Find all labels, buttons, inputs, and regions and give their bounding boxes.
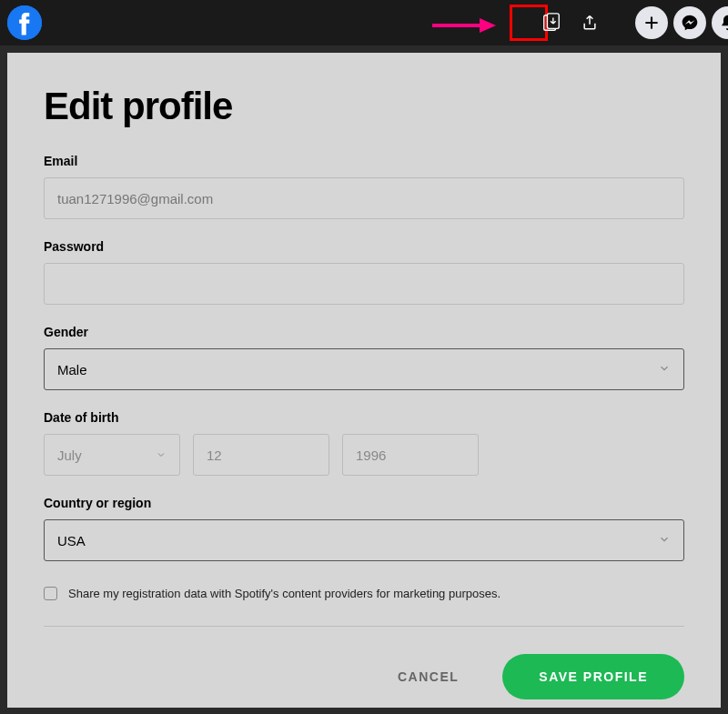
password-label: Password bbox=[44, 239, 684, 254]
password-field[interactable] bbox=[44, 263, 684, 305]
notifications-button[interactable]: 1 bbox=[712, 6, 728, 39]
messenger-button[interactable] bbox=[673, 6, 706, 39]
gender-select[interactable]: Male bbox=[44, 348, 684, 390]
share-icon[interactable] bbox=[573, 6, 606, 39]
share-data-checkbox[interactable] bbox=[44, 587, 57, 600]
annotation-arrow bbox=[432, 16, 496, 35]
dob-year-field[interactable] bbox=[342, 434, 479, 476]
dob-day-field[interactable] bbox=[193, 434, 329, 476]
country-label: Country or region bbox=[44, 496, 684, 510]
email-field[interactable] bbox=[44, 177, 684, 219]
share-data-label: Share my registration data with Spotify'… bbox=[68, 587, 500, 600]
save-profile-button[interactable]: SAVE PROFILE bbox=[502, 654, 684, 699]
edit-profile-panel: Edit profile Email Password Gender Male … bbox=[7, 53, 721, 708]
dob-month-value: July bbox=[57, 448, 82, 463]
dob-month-select[interactable]: July bbox=[44, 434, 180, 476]
page-title: Edit profile bbox=[44, 85, 684, 128]
chevron-down-icon bbox=[658, 362, 671, 377]
facebook-logo[interactable] bbox=[7, 5, 42, 40]
country-select[interactable]: USA bbox=[44, 519, 684, 561]
email-label: Email bbox=[44, 154, 684, 168]
top-header: 1 bbox=[0, 0, 728, 45]
chevron-down-icon bbox=[156, 448, 167, 463]
gender-label: Gender bbox=[44, 325, 684, 339]
svg-marker-2 bbox=[480, 18, 496, 33]
download-icon[interactable] bbox=[535, 6, 568, 39]
chevron-down-icon bbox=[658, 533, 671, 548]
country-value: USA bbox=[57, 533, 86, 548]
gender-value: Male bbox=[57, 362, 87, 377]
create-button[interactable] bbox=[635, 6, 668, 39]
cancel-button[interactable]: CANCEL bbox=[379, 657, 477, 697]
dob-label: Date of birth bbox=[44, 410, 684, 425]
